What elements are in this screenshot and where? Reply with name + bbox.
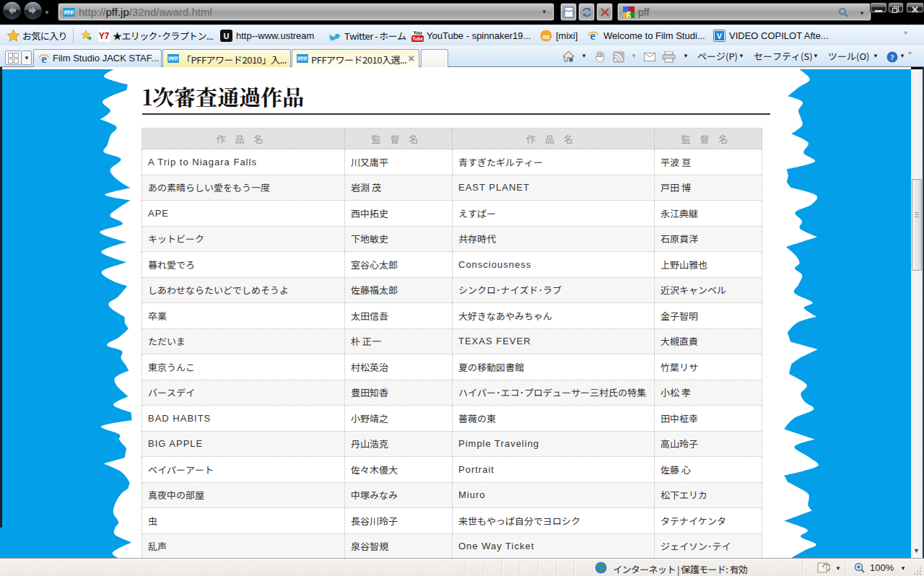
svg-text:V: V bbox=[717, 32, 723, 40]
svg-text:PFF: PFF bbox=[168, 56, 178, 61]
svg-text:Y7: Y7 bbox=[99, 31, 110, 41]
svg-text:PFF: PFF bbox=[64, 10, 74, 15]
svg-text:m: m bbox=[543, 32, 549, 40]
svg-text:e: e bbox=[590, 30, 596, 42]
svg-text:Tube: Tube bbox=[412, 36, 423, 41]
svg-text:You: You bbox=[413, 30, 422, 35]
svg-text:?: ? bbox=[890, 53, 894, 61]
svg-text:U: U bbox=[224, 32, 230, 40]
svg-text:g: g bbox=[627, 8, 631, 18]
svg-text:PFF: PFF bbox=[297, 56, 308, 61]
